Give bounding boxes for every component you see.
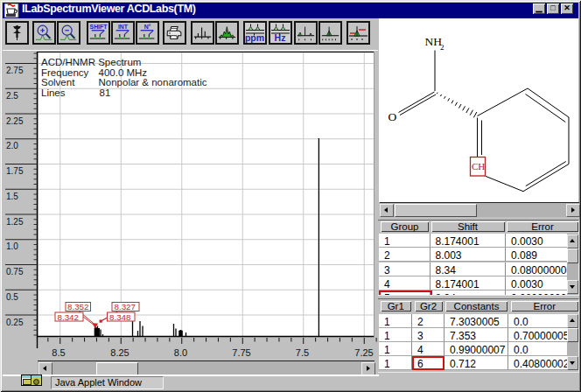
- svg-text:8.352: 8.352: [67, 302, 89, 312]
- svg-text:2.25: 2.25: [6, 116, 24, 126]
- svg-text:Lines: Lines: [41, 88, 66, 98]
- svg-text:INT: INT: [118, 24, 129, 30]
- svg-text:8.342: 8.342: [58, 312, 80, 322]
- svg-text:8.25: 8.25: [110, 347, 129, 358]
- svg-text:Frequency: Frequency: [41, 67, 89, 78]
- svg-text:0.25: 0.25: [6, 318, 24, 327]
- svg-text:Solvent: Solvent: [41, 77, 75, 88]
- svg-text:2.75: 2.75: [6, 66, 24, 75]
- svg-text:0.75: 0.75: [6, 267, 24, 276]
- svg-text:7.25: 7.25: [354, 347, 373, 358]
- svg-text:2.5: 2.5: [6, 91, 18, 101]
- svg-text:8.0: 8.0: [174, 347, 187, 358]
- svg-text:0.5: 0.5: [6, 292, 18, 302]
- svg-text:7.75: 7.75: [232, 347, 250, 358]
- svg-text:1.0: 1.0: [6, 242, 18, 251]
- svg-text:Nonpolar & nonaromatic: Nonpolar & nonaromatic: [99, 77, 207, 88]
- svg-text:1.25: 1.25: [6, 217, 24, 227]
- svg-text:2: 2: [440, 43, 444, 52]
- svg-text:SHIFT: SHIFT: [90, 24, 108, 30]
- svg-text:CH: CH: [472, 161, 485, 172]
- svg-text:1.75: 1.75: [6, 166, 24, 176]
- svg-text:7.5: 7.5: [296, 347, 309, 358]
- svg-text:1.5: 1.5: [6, 192, 18, 201]
- svg-text:O: O: [388, 110, 397, 123]
- svg-text:8.348: 8.348: [109, 312, 131, 322]
- svg-text:8.5: 8.5: [52, 347, 65, 358]
- svg-text:Hz: Hz: [275, 32, 286, 43]
- svg-text:ppm: ppm: [245, 32, 264, 43]
- svg-text:81: 81: [100, 88, 111, 98]
- svg-text:2.0: 2.0: [6, 141, 18, 150]
- svg-text:ACD/HNMR Spectrum: ACD/HNMR Spectrum: [41, 57, 141, 67]
- svg-text:8.327: 8.327: [115, 302, 136, 312]
- svg-text:N°: N°: [144, 24, 151, 30]
- svg-text:400.0 MHz: 400.0 MHz: [99, 67, 148, 78]
